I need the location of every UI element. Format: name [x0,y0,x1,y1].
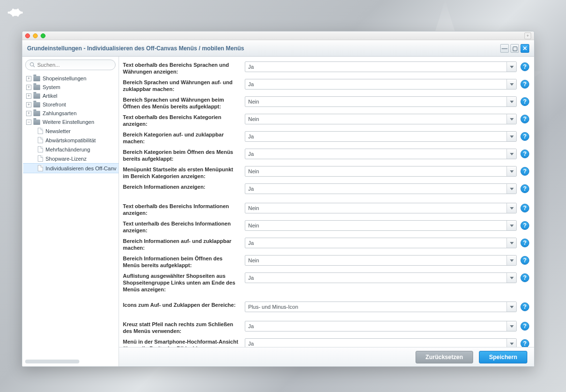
close-button[interactable]: ✕ [521,44,529,53]
minimize-traffic-light[interactable] [33,33,38,38]
select-field[interactable]: Nein [245,255,517,266]
tree-folder[interactable]: +Artikel [23,91,119,100]
select-field[interactable]: Ja [245,272,517,283]
select-value: Ja [245,240,257,246]
form-label: Bereich Informationen beim Öffnen des Me… [123,255,245,269]
window-titlebar: Grundeinstellungen - Individualisieren d… [22,40,534,57]
help-icon[interactable]: ? [521,273,529,282]
select-field[interactable]: Ja [245,338,517,347]
form-row: Bereich Informationen anzeigen:Ja? [123,181,529,196]
select-value: Nein [245,223,262,228]
search-input[interactable] [37,62,111,68]
help-icon[interactable]: ? [521,184,529,193]
chevron-down-icon [506,132,516,141]
tree-label: Weitere Einstellungen [43,119,94,125]
form-label: Text oberhalb des Bereichs Sprachen und … [123,61,245,75]
save-button[interactable]: Speichern [479,351,527,363]
form-row: Bereich Sprachen und Währungen auf- und … [123,77,529,94]
tree-item[interactable]: Newsletter [23,126,119,136]
expand-icon[interactable]: + [26,85,31,90]
help-icon[interactable]: ? [521,97,529,106]
select-value: Nein [245,99,262,105]
document-icon [38,155,43,162]
select-value: Nein [245,116,262,122]
select-field[interactable]: Ja [245,79,517,90]
help-icon[interactable]: ? [521,239,529,247]
help-icon[interactable]: ? [521,322,529,331]
tree-item[interactable]: Abwärtskompatibilität [23,136,119,145]
chevron-down-icon [506,149,516,159]
folder-icon [33,102,40,107]
tree-label: Newsletter [45,128,71,134]
folder-icon [33,85,40,90]
maximize-button[interactable]: ▢ [510,44,519,53]
help-icon[interactable]: ? [521,221,529,230]
minimize-button[interactable]: — [500,44,509,53]
select-field[interactable]: Plus- und Minus-Icon [245,302,517,312]
select-value: Ja [245,64,257,70]
tree-item[interactable]: Mehrfachänderung [23,145,119,154]
select-field[interactable]: Ja [245,131,517,142]
select-value: Nein [245,257,262,263]
zoom-traffic-light[interactable] [41,33,45,38]
help-icon[interactable]: ? [521,256,529,265]
chevron-down-icon [506,256,516,265]
form-area: Text oberhalb des Bereichs Sprachen und … [119,57,534,347]
chevron-down-icon [506,221,516,230]
select-field[interactable]: Ja [245,183,517,194]
collapse-icon[interactable]: − [26,120,31,125]
search-icon [30,62,35,68]
new-tab-button[interactable]: + [524,32,531,39]
document-icon [38,146,43,152]
select-field[interactable]: Ja [245,149,517,159]
expand-icon[interactable]: + [26,102,31,107]
help-icon[interactable]: ? [521,167,529,176]
select-value: Ja [245,81,257,87]
help-icon[interactable]: ? [521,132,529,141]
help-icon[interactable]: ? [521,80,529,89]
tree-item[interactable]: Shopware-Lizenz [23,154,119,163]
help-icon[interactable]: ? [521,204,529,212]
chevron-down-icon [506,184,516,194]
help-icon[interactable]: ? [521,62,529,71]
form-label: Kreuz statt Pfeil nach rechts zum Schlie… [123,321,245,334]
select-value: Ja [245,134,257,139]
tree-item[interactable]: Individualisieren des Off-Canv [23,163,119,173]
chevron-down-icon [506,79,516,89]
select-field[interactable]: Nein [245,96,517,107]
expand-icon[interactable]: + [26,93,31,99]
help-icon[interactable]: ? [521,339,529,347]
help-icon[interactable]: ? [521,115,529,123]
form-row: Menü in der Smartphone-Hochformat-Ansich… [123,336,529,347]
folder-icon [33,111,40,116]
select-field[interactable]: Nein [245,114,517,124]
folder-icon [33,76,40,81]
window-chrome: + [22,31,534,40]
tree-folder[interactable]: +Storefront [23,100,119,109]
help-icon[interactable]: ? [521,302,529,311]
close-traffic-light[interactable] [25,33,30,38]
tree-label: Shopware-Lizenz [45,156,87,162]
chevron-down-icon [506,166,516,176]
select-field[interactable]: Nein [245,220,517,231]
tree-folder[interactable]: +System [23,83,119,91]
reset-button[interactable]: Zurücksetzen [416,351,473,363]
document-icon [38,128,43,134]
tree-folder[interactable]: +Shopeinstellungen [23,74,119,83]
expand-icon[interactable]: + [26,76,31,81]
select-field[interactable]: Ja [245,238,517,248]
select-field[interactable]: Nein [245,166,517,177]
tree-folder-open[interactable]: −Weitere Einstellungen [23,118,119,126]
select-value: Ja [245,341,257,347]
select-field[interactable]: Ja [245,61,517,72]
select-field[interactable]: Nein [245,203,517,213]
expand-icon[interactable]: + [26,111,31,116]
sidebar-scrollbar[interactable] [22,360,119,366]
select-value: Ja [245,186,257,192]
help-icon[interactable]: ? [521,150,529,158]
form-row: Bereich Informationen beim Öffnen des Me… [123,253,529,271]
search-input-wrapper[interactable] [25,60,116,70]
tree-folder[interactable]: +Zahlungsarten [23,109,119,118]
form-row: Auflistung ausgewählter Shopseiten aus S… [123,271,529,295]
select-field[interactable]: Ja [245,321,517,332]
